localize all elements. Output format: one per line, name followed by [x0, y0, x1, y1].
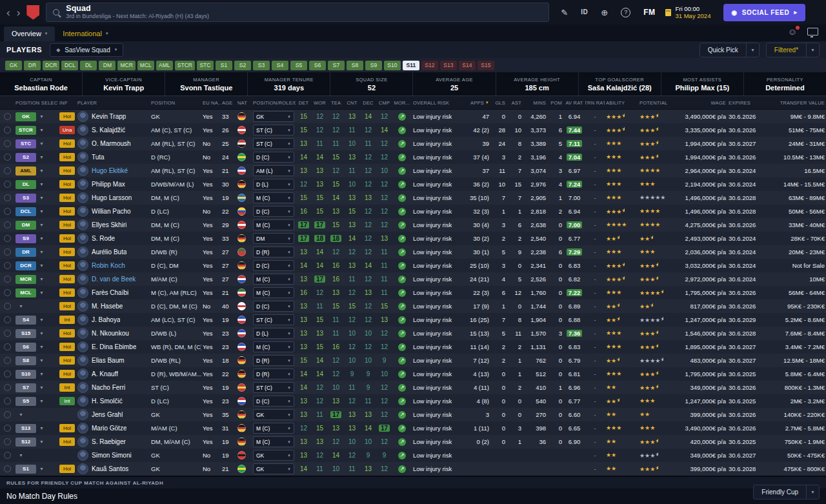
filter-s10[interactable]: S10: [384, 61, 401, 70]
role-duty-dropdown[interactable]: GK▼: [253, 463, 294, 474]
row-checkbox[interactable]: [4, 343, 11, 350]
position-dropdown-chevron[interactable]: ▼: [39, 114, 44, 119]
table-row[interactable]: AML▼HolHugo EkitikéAM (RL), ST (C)Yes21A…: [0, 164, 826, 177]
chevron-down-icon[interactable]: ▼: [806, 43, 819, 57]
column-header-inf[interactable]: INF: [58, 100, 76, 106]
player-name[interactable]: A. Knauff: [92, 370, 118, 378]
help-icon[interactable]: ?: [621, 8, 630, 17]
table-row[interactable]: S15▼HolN. NkounkouD/WB (L)Yes23D (L)▼131…: [0, 327, 826, 340]
filter-stc[interactable]: STC: [197, 61, 214, 70]
row-checkbox[interactable]: [4, 316, 11, 323]
row-checkbox[interactable]: [4, 330, 11, 337]
player-name[interactable]: Simon Simoni: [92, 452, 132, 459]
column-header-apps[interactable]: APPS▼: [466, 100, 490, 106]
chevron-down-icon[interactable]: ▼: [746, 43, 759, 57]
column-header-pom[interactable]: POM: [547, 100, 563, 106]
filter-s11[interactable]: S11: [403, 61, 419, 70]
role-duty-dropdown[interactable]: M (C)▼: [253, 423, 294, 434]
position-dropdown-chevron[interactable]: ▼: [39, 426, 44, 430]
column-header-wor[interactable]: WOR: [312, 100, 328, 106]
row-checkbox[interactable]: [4, 140, 11, 147]
role-duty-dropdown[interactable]: D (C)▼: [253, 260, 294, 271]
table-row[interactable]: ▼Simon SimoniGKNo19GK▼1312141299↗Low inj…: [0, 449, 826, 462]
position-dropdown-chevron[interactable]: ▼: [39, 331, 44, 336]
table-row[interactable]: ▼HolM. HasebeD (C), DM, M (C)No40D (C)▼1…: [0, 299, 826, 313]
id-icon[interactable]: ID: [581, 9, 588, 15]
table-row[interactable]: S8▼HolElias BaumD/WB (RL)Yes18D (R)▼1514…: [0, 354, 826, 367]
column-header-position-selected[interactable]: POSITION SELECTED: [14, 100, 58, 106]
back-button[interactable]: ‹: [6, 7, 10, 18]
column-header-ast[interactable]: AST: [507, 100, 523, 106]
row-checkbox[interactable]: [4, 465, 11, 472]
player-name[interactable]: Hugo Ekitiké: [92, 167, 128, 174]
column-header-position-role-duty[interactable]: POSITION/ROLE/DUTY: [252, 100, 296, 106]
filter-s15[interactable]: S15: [478, 61, 494, 70]
position-dropdown-chevron[interactable]: ▼: [39, 358, 44, 363]
row-checkbox[interactable]: [4, 357, 11, 364]
table-row[interactable]: DR▼HolAurélio ButaD/WB (R)Yes27D (R)▼131…: [0, 245, 826, 259]
table-row[interactable]: S12▼HolS. RaebigerDM, M/AM (C)Yes19M (C)…: [0, 435, 826, 449]
role-duty-dropdown[interactable]: ST (C)▼: [253, 314, 294, 325]
table-row[interactable]: S1▼HolKauã SantosGKNo21GK▼141110111312↗L…: [0, 462, 826, 476]
table-row[interactable]: DCR▼HolRobin KochD (C), DMYes27D (C)▼141…: [0, 259, 826, 272]
player-name[interactable]: Hugo Larsson: [92, 194, 132, 201]
filter-gk[interactable]: GK: [5, 61, 22, 70]
column-header-av-rat[interactable]: AV RAT: [563, 100, 585, 106]
position-dropdown-chevron[interactable]: ▼: [19, 412, 23, 417]
position-dropdown-chevron[interactable]: ▼: [39, 155, 44, 159]
filter-s7[interactable]: S7: [328, 61, 345, 70]
filter-s2[interactable]: S2: [234, 61, 251, 70]
player-name[interactable]: Ellyes Skhiri: [92, 221, 126, 228]
position-dropdown-chevron[interactable]: ▼: [39, 439, 44, 444]
filter-mcr[interactable]: MCR: [117, 61, 135, 70]
filter-s4[interactable]: S4: [272, 61, 288, 70]
column-header-tea[interactable]: TEA: [328, 100, 344, 106]
row-checkbox[interactable]: [4, 167, 11, 174]
table-row[interactable]: DM▼HolEllyes SkhiriDM, M (C)Yes29M (C)▼1…: [0, 218, 826, 232]
role-duty-dropdown[interactable]: ST (C)▼: [253, 125, 294, 136]
position-dropdown-chevron[interactable]: ▼: [39, 372, 44, 376]
filter-s13[interactable]: S13: [440, 61, 457, 70]
table-row[interactable]: GK▼HolKevin TrappGKYes33GK▼151212131412↗…: [0, 110, 826, 123]
role-duty-dropdown[interactable]: GK▼: [253, 111, 294, 122]
position-dropdown-chevron[interactable]: ▼: [39, 196, 44, 200]
row-checkbox[interactable]: [4, 303, 11, 310]
filter-dl[interactable]: DL: [80, 61, 97, 70]
filter-s12[interactable]: S12: [421, 61, 438, 70]
row-checkbox[interactable]: [4, 262, 11, 269]
position-dropdown-chevron[interactable]: ▼: [39, 128, 44, 132]
position-dropdown-chevron[interactable]: ▼: [39, 182, 44, 186]
player-name[interactable]: N. Nkounkou: [92, 330, 129, 337]
player-name[interactable]: Kevin Trapp: [92, 113, 126, 120]
position-dropdown-chevron[interactable]: ▼: [19, 304, 23, 308]
table-row[interactable]: S5▼IntH. SmolčićD (LC)Yes23D (C)▼1312131…: [0, 394, 826, 408]
position-dropdown-chevron[interactable]: ▼: [39, 236, 44, 241]
position-dropdown-chevron[interactable]: ▼: [39, 345, 44, 349]
profile-icon[interactable]: ☺: [788, 27, 797, 36]
player-name[interactable]: Tuta: [92, 154, 105, 161]
role-duty-dropdown[interactable]: ST (C)▼: [253, 138, 294, 149]
player-name[interactable]: Farès Chaïbi: [92, 289, 128, 296]
column-header-ability[interactable]: ABILITY: [605, 100, 638, 106]
position-dropdown-chevron[interactable]: ▼: [39, 467, 44, 471]
tab-overview[interactable]: Overview ▾: [4, 26, 55, 41]
player-name[interactable]: Philipp Max: [92, 181, 125, 188]
filter-aml[interactable]: AML: [156, 61, 173, 70]
column-header-cmp[interactable]: CMP: [376, 100, 392, 106]
row-checkbox[interactable]: [4, 398, 11, 405]
position-dropdown-chevron[interactable]: ▼: [39, 399, 44, 403]
forward-button[interactable]: ›: [17, 7, 21, 18]
row-checkbox[interactable]: [4, 181, 11, 188]
row-checkbox[interactable]: [4, 411, 11, 418]
player-name[interactable]: S. Kalajdžić: [92, 126, 125, 134]
position-dropdown-chevron[interactable]: ▼: [39, 223, 44, 227]
edit-icon[interactable]: ✎: [561, 8, 568, 17]
table-row[interactable]: S3▼HolHugo LarssonDM, M (C)Yes19M (C)▼15…: [0, 191, 826, 205]
position-dropdown-chevron[interactable]: ▼: [39, 141, 44, 146]
table-row[interactable]: DCL▼HolWillian PachoD (LC)No22D (C)▼1615…: [0, 205, 826, 218]
player-name[interactable]: Aurélio Buta: [92, 248, 126, 256]
filter-mcl[interactable]: MCL: [137, 61, 154, 70]
column-header-mins[interactable]: MINS: [523, 100, 547, 106]
row-checkbox[interactable]: [4, 194, 11, 201]
role-duty-dropdown[interactable]: GK▼: [253, 409, 294, 420]
